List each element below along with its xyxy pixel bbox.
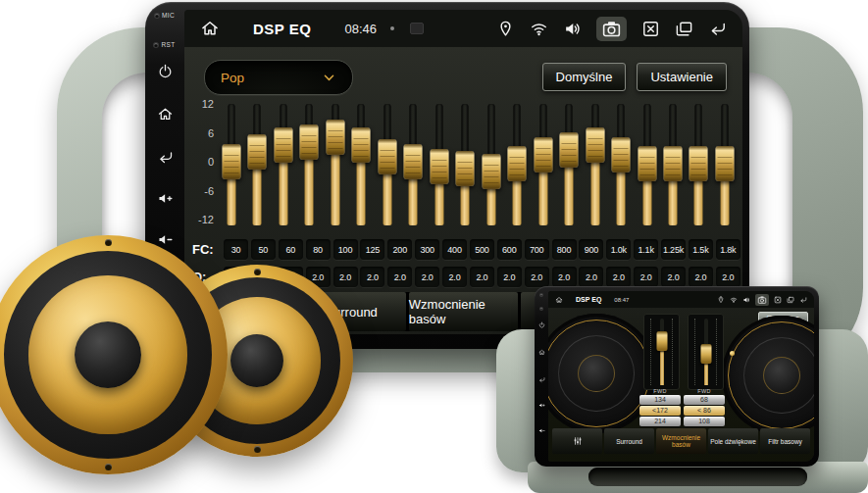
bottom-tab-4[interactable]: Pole dźwiękowe: [708, 428, 758, 454]
slider-handle[interactable]: [456, 151, 475, 186]
value-option[interactable]: 68: [684, 395, 725, 405]
slider-handle[interactable]: [560, 132, 579, 168]
slider-handle[interactable]: [274, 127, 292, 163]
camera-icon[interactable]: [596, 17, 627, 41]
settings-button[interactable]: Ustawienie: [637, 63, 727, 91]
eq-band-slider-10[interactable]: [455, 104, 475, 220]
eq-band-slider-19[interactable]: [689, 104, 708, 220]
fc-chip[interactable]: 125: [360, 239, 384, 260]
bottom-tab-3[interactable]: Wzmocnienie basów: [656, 428, 706, 454]
value-option[interactable]: < 86: [684, 406, 725, 416]
fc-chip[interactable]: 100: [333, 239, 358, 260]
fc-chip[interactable]: 1.5k: [689, 239, 713, 260]
eq-band-slider-14[interactable]: [559, 104, 579, 220]
slider-handle[interactable]: [482, 154, 500, 189]
eq-band-slider-4[interactable]: [299, 104, 319, 220]
fc-chip[interactable]: 800: [552, 239, 577, 260]
slider-handle[interactable]: [663, 146, 682, 181]
fc-chip[interactable]: 900: [579, 239, 603, 260]
q-chip[interactable]: 2.0: [716, 267, 740, 287]
slider-handle[interactable]: [508, 146, 527, 181]
default-button[interactable]: Domyślne: [542, 63, 627, 91]
fc-chip[interactable]: 60: [279, 239, 303, 260]
eq-band-slider-15[interactable]: [586, 104, 605, 220]
fc-chip[interactable]: 400: [442, 239, 467, 260]
q-chip[interactable]: 2.0: [689, 267, 713, 287]
eq-band-slider-18[interactable]: [663, 104, 683, 220]
value-option[interactable]: 108: [684, 417, 725, 426]
volume-up-button[interactable]: [535, 402, 548, 409]
close-icon[interactable]: [774, 296, 782, 304]
volume-icon[interactable]: [742, 296, 750, 304]
eq-band-slider-13[interactable]: [534, 104, 553, 220]
value-option[interactable]: <172: [639, 406, 681, 416]
power-button[interactable]: [145, 63, 184, 79]
back-button[interactable]: [535, 376, 548, 383]
fc-chip[interactable]: 500: [470, 239, 494, 260]
fc-chip[interactable]: 200: [387, 239, 412, 260]
channel-slider-1[interactable]: [643, 314, 680, 390]
eq-band-slider-17[interactable]: [638, 104, 657, 220]
value-option[interactable]: 214: [639, 417, 681, 426]
home-icon[interactable]: [200, 19, 220, 38]
eq-band-slider-16[interactable]: [611, 104, 631, 220]
q-chip[interactable]: 2.0: [552, 267, 577, 287]
back-icon[interactable]: [799, 296, 807, 304]
slider-handle[interactable]: [638, 146, 656, 181]
eq-band-slider-8[interactable]: [403, 104, 423, 220]
fc-chip[interactable]: 1.25k: [661, 239, 686, 260]
fc-chip[interactable]: 1.0k: [606, 239, 631, 260]
slider-handle[interactable]: [404, 144, 423, 179]
q-chip[interactable]: 2.0: [661, 267, 686, 287]
eq-band-slider-9[interactable]: [430, 104, 449, 220]
home-button[interactable]: [535, 349, 548, 356]
power-button[interactable]: [535, 321, 548, 328]
eq-band-slider-5[interactable]: [326, 104, 345, 220]
q-chip[interactable]: 2.0: [634, 267, 658, 287]
slider-handle[interactable]: [326, 120, 344, 155]
slider-handle[interactable]: [534, 137, 552, 173]
fc-chip[interactable]: 30: [224, 239, 248, 260]
q-chip[interactable]: 2.0: [442, 267, 467, 287]
q-chip[interactable]: 2.0: [497, 267, 522, 287]
slider-handle[interactable]: [612, 137, 631, 173]
fc-chip[interactable]: 600: [497, 239, 522, 260]
slider-handle[interactable]: [700, 344, 711, 364]
eq-band-slider-2[interactable]: [247, 104, 267, 220]
slider-handle[interactable]: [223, 144, 241, 179]
fc-chip[interactable]: 300: [415, 239, 439, 260]
back-icon[interactable]: [708, 20, 727, 38]
eq-band-slider-1[interactable]: [222, 104, 241, 220]
eq-band-slider-11[interactable]: [482, 104, 501, 220]
fc-chip[interactable]: 50: [251, 239, 276, 260]
slider-handle[interactable]: [715, 146, 734, 181]
home-button[interactable]: [145, 106, 184, 123]
slider-handle[interactable]: [378, 139, 396, 174]
volume-up-button[interactable]: [145, 190, 184, 207]
back-button[interactable]: [145, 149, 184, 166]
eq-band-slider-12[interactable]: [507, 104, 527, 220]
q-chip[interactable]: 2.0: [470, 267, 494, 287]
q-chip[interactable]: 2.0: [360, 267, 384, 287]
q-chip[interactable]: 2.0: [415, 267, 439, 287]
eq-band-slider-3[interactable]: [274, 104, 293, 220]
slider-handle[interactable]: [430, 149, 448, 184]
fc-chip[interactable]: 1.8k: [716, 239, 740, 260]
q-chip[interactable]: 2.0: [525, 267, 549, 287]
volume-icon[interactable]: [563, 20, 582, 38]
slider-handle[interactable]: [656, 331, 667, 351]
home-icon[interactable]: [555, 296, 563, 304]
recents-icon[interactable]: [675, 20, 693, 38]
value-option[interactable]: 134: [639, 395, 681, 405]
fc-chip[interactable]: 700: [525, 239, 549, 260]
q-chip[interactable]: 2.0: [387, 267, 412, 287]
preset-dropdown[interactable]: Pop: [204, 60, 353, 95]
eq-band-slider-6[interactable]: [351, 104, 371, 220]
slider-handle[interactable]: [586, 127, 604, 163]
volume-down-button[interactable]: [535, 427, 548, 434]
eq-band-slider-7[interactable]: [378, 104, 397, 220]
slider-handle[interactable]: [248, 134, 267, 170]
slider-handle[interactable]: [689, 146, 708, 181]
bottom-tab-5[interactable]: Filtr basowy: [760, 428, 810, 454]
slider-handle[interactable]: [352, 127, 371, 163]
